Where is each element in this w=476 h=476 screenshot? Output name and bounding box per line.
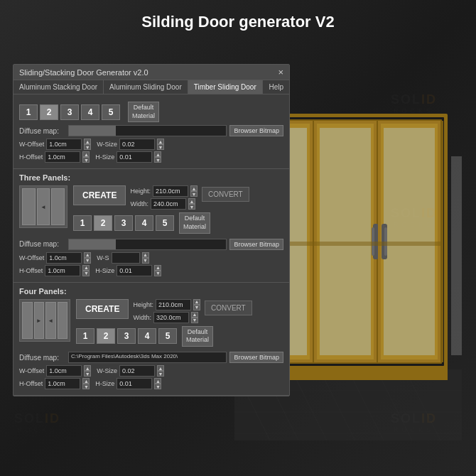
three-num-btn-2[interactable]: 2 (94, 215, 112, 231)
three-num-btn-1[interactable]: 1 (73, 215, 92, 231)
three-h-offset-input[interactable] (45, 265, 80, 276)
three-hs-up[interactable]: ▲ (154, 265, 161, 271)
four-door-panel-3-arrow: ◄ (48, 317, 53, 323)
three-w-down[interactable]: ▼ (188, 204, 195, 210)
dialog-title: Sliding/Stacking Door Generator v2.0 (19, 68, 148, 77)
four-default-material-button[interactable]: Default Material (182, 326, 213, 347)
three-panels-convert-button[interactable]: CONVERT (202, 187, 249, 202)
three-panels-height-input[interactable] (153, 185, 188, 197)
four-panels-width-input[interactable] (153, 312, 189, 323)
four-h-down[interactable]: ▼ (193, 305, 200, 310)
top-w-size-up[interactable]: ▲ (157, 139, 164, 144)
top-num-btn-3[interactable]: 3 (60, 104, 79, 120)
top-h-size-input[interactable] (117, 151, 152, 163)
three-browser-bitmap-button[interactable]: Browser Bitmap (229, 239, 283, 250)
three-panels-diffuse-row: Diffuse map: Browser Bitmap (19, 239, 283, 250)
three-w-up[interactable]: ▲ (188, 198, 195, 204)
four-w-size-input[interactable] (119, 365, 155, 377)
top-num-btn-1[interactable]: 1 (19, 104, 38, 120)
four-wo-down[interactable]: ▼ (84, 371, 91, 377)
four-num-btn-3[interactable]: 3 (117, 328, 136, 344)
four-h-size-input[interactable] (117, 378, 152, 389)
top-h-offset-input[interactable] (45, 151, 80, 163)
three-num-btn-5[interactable]: 5 (156, 215, 174, 231)
four-diffuse-path-field[interactable]: C:\Program Files\Autodesk\3ds Max 2020\ (68, 352, 227, 363)
four-panels-controls: CREATE Height: ▲▼ Width: ▲▼ CO (76, 299, 283, 350)
three-num-btn-4[interactable]: 4 (135, 215, 153, 231)
three-hs-down[interactable]: ▼ (154, 271, 161, 276)
four-w-up[interactable]: ▲ (191, 312, 198, 318)
top-h-offset-up[interactable]: ▲ (82, 151, 90, 157)
four-hs-down[interactable]: ▼ (154, 384, 161, 389)
four-ws-up[interactable]: ▲ (157, 365, 164, 371)
four-ws-down[interactable]: ▼ (157, 371, 164, 377)
three-wo-down[interactable]: ▼ (84, 258, 91, 264)
door-panel-2-arrow: ◄ (40, 204, 46, 210)
top-w-offset-up[interactable]: ▲ (84, 139, 91, 144)
top-h-size-down[interactable]: ▼ (154, 157, 161, 163)
four-h-size-item: H-Size ▲▼ (95, 378, 161, 389)
top-num-row: 1 2 3 4 5 Default Material (19, 102, 283, 122)
three-ws-down[interactable]: ▼ (142, 258, 149, 264)
four-h-offset-input[interactable] (45, 378, 80, 389)
four-wo-up[interactable]: ▲ (84, 365, 91, 371)
top-diffuse-field[interactable] (68, 125, 227, 136)
top-w-size-down[interactable]: ▼ (157, 144, 164, 150)
four-panels-width-label: Width: (133, 314, 151, 321)
three-diffuse-field[interactable] (68, 239, 227, 250)
four-door-panel-3: ◄ (45, 302, 56, 339)
four-h-offset-item: H-Offset ▲▼ (19, 378, 90, 389)
four-w-offset-input[interactable] (46, 365, 82, 377)
three-h-size-item: H-Size ▲▼ (95, 265, 161, 276)
top-w-offset-input[interactable] (46, 139, 82, 150)
three-h-size-input[interactable] (117, 265, 152, 276)
top-w-offset-spinner: ▲ ▼ (84, 139, 91, 150)
three-ho-down[interactable]: ▼ (82, 271, 90, 276)
three-ho-up[interactable]: ▲ (82, 265, 90, 271)
tab-aluminum-sliding[interactable]: Aluminum Sliding Door (104, 80, 188, 94)
four-browser-bitmap-button[interactable]: Browser Bitmap (229, 352, 283, 363)
three-default-material-button[interactable]: Default Material (179, 212, 210, 233)
top-w-size-input[interactable] (119, 139, 155, 150)
top-browser-bitmap-button[interactable]: Browser Bitmap (229, 125, 283, 136)
four-param-row-2: H-Offset ▲▼ H-Size ▲▼ (19, 378, 283, 389)
top-w-offset-down[interactable]: ▼ (84, 144, 91, 150)
four-panels-convert-button[interactable]: CONVERT (205, 301, 252, 315)
three-panels-width-input[interactable] (151, 198, 186, 210)
dialog-close-button[interactable]: × (278, 67, 283, 77)
three-w-offset-input[interactable] (46, 252, 82, 264)
four-num-btn-5[interactable]: 5 (158, 328, 177, 344)
four-panels-create-button[interactable]: CREATE (76, 299, 129, 319)
top-h-size-up[interactable]: ▲ (154, 151, 161, 157)
three-ws-up[interactable]: ▲ (142, 252, 149, 258)
three-wo-up[interactable]: ▲ (84, 252, 91, 258)
door-panel-3 (51, 188, 65, 225)
four-w-offset-label: W-Offset (19, 367, 44, 374)
top-default-material-button[interactable]: Default Material (128, 102, 159, 122)
four-panels-height-input[interactable] (156, 299, 191, 310)
three-h-up[interactable]: ▲ (190, 185, 198, 191)
four-num-btn-1[interactable]: 1 (76, 328, 94, 344)
top-num-btn-5[interactable]: 5 (102, 104, 120, 120)
three-panels-create-button[interactable]: CREATE (73, 185, 126, 205)
top-h-offset-spinner: ▲ ▼ (82, 151, 90, 163)
top-h-offset-down[interactable]: ▼ (82, 157, 90, 163)
four-hs-up[interactable]: ▲ (154, 378, 161, 384)
four-w-down[interactable]: ▼ (191, 318, 198, 323)
three-h-down[interactable]: ▼ (190, 191, 198, 197)
tab-timber-sliding[interactable]: Timber Sliding Door (188, 80, 263, 94)
four-num-btn-2[interactable]: 2 (97, 328, 115, 344)
four-ho-down[interactable]: ▼ (82, 384, 90, 389)
four-ho-up[interactable]: ▲ (82, 378, 90, 384)
four-h-up[interactable]: ▲ (193, 299, 200, 305)
top-num-btn-2[interactable]: 2 (40, 104, 58, 120)
three-w-offset-item: W-Offset ▲▼ (19, 252, 91, 264)
tab-aluminum-stacking[interactable]: Aluminum Stacking Door (13, 80, 104, 94)
tab-help[interactable]: Help (263, 80, 289, 94)
top-h-size-spinner: ▲ ▼ (154, 151, 161, 163)
three-w-size-input[interactable] (112, 252, 140, 264)
three-num-btn-3[interactable]: 3 (114, 215, 133, 231)
four-num-btn-4[interactable]: 4 (138, 328, 156, 344)
top-num-btn-4[interactable]: 4 (81, 104, 99, 120)
top-w-size-item: W-Size ▲ ▼ (97, 139, 164, 150)
